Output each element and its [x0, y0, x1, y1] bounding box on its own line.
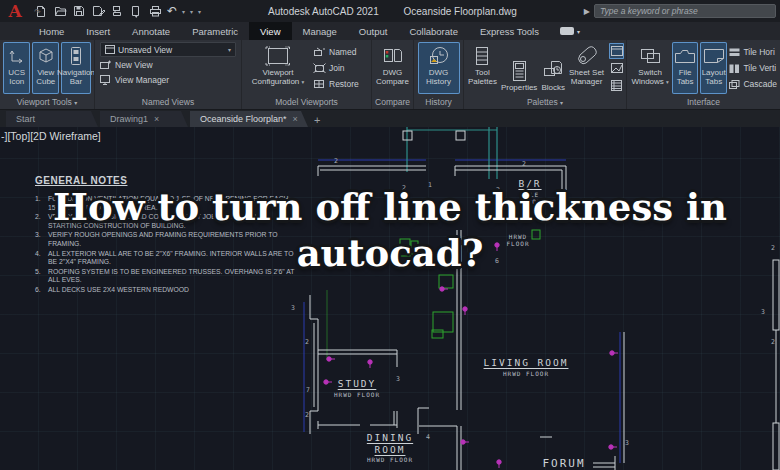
room-sub-living: HRWD FLOOR — [461, 370, 591, 377]
tab-view[interactable]: View — [249, 22, 291, 40]
properties-button[interactable]: Properties — [500, 42, 538, 94]
dimension-label: 2 — [334, 157, 338, 165]
restore-viewports-button[interactable]: Restore — [313, 77, 359, 91]
ribbon: UCS Icon View Cube Navigation Bar Viewpo… — [0, 40, 780, 110]
panel-named-views: Unsaved View ▾ New View View Manager Nam… — [95, 40, 242, 109]
overlay-title-line2: autocad? — [0, 230, 780, 276]
view-manager-button[interactable]: View Manager — [100, 73, 236, 87]
panel-expand-icon: ▾ — [560, 100, 563, 106]
blocks-button[interactable]: Blocks — [540, 42, 566, 94]
dimension-label: 3 — [396, 375, 400, 383]
quick-access-toolbar: ↶ ▾ ↷ ▾ ▾ — [34, 4, 201, 18]
file-tab-start[interactable]: Start — [6, 111, 98, 127]
tab-collaborate[interactable]: Collaborate — [398, 22, 469, 40]
tool-palettes-button[interactable]: Tool Palettes — [467, 42, 498, 94]
dimension-label: 7 — [306, 386, 310, 394]
save-icon[interactable] — [72, 4, 86, 18]
floorplan-drawing — [0, 127, 780, 470]
ribbon-display-toggle[interactable]: ▾ — [560, 22, 580, 40]
drawing-canvas[interactable]: -][Top][2D Wireframe] GENERAL NOTES 1.FO… — [0, 127, 780, 470]
tool-palettes-icon — [474, 44, 490, 68]
tab-insert[interactable]: Insert — [75, 22, 121, 40]
view-dropdown[interactable]: Unsaved View ▾ — [100, 42, 236, 57]
panel-label-named-views[interactable]: Named Views — [95, 96, 241, 109]
dimension-label: 2 — [771, 338, 775, 346]
plot-icon[interactable] — [110, 4, 124, 18]
panel-model-viewports: Viewport Configuration ▾ Named Join Rest… — [242, 40, 372, 109]
open-file-icon[interactable] — [53, 4, 67, 18]
app-title: Autodesk AutoCAD 2021 — [268, 6, 379, 17]
ucs-icon-button[interactable]: UCS Icon — [3, 42, 30, 94]
sheet-set-icon — [576, 44, 598, 68]
file-tabs-icon — [674, 44, 696, 68]
blocks-icon — [543, 59, 563, 83]
publish-icon[interactable] — [129, 4, 143, 18]
tab-annotate[interactable]: Annotate — [121, 22, 181, 40]
sheet-set-manager-button[interactable]: Sheet Set Manager — [568, 42, 605, 94]
layout-tabs-button[interactable]: Layout Tabs — [700, 42, 728, 94]
viewport-configuration-button[interactable]: Viewport Configuration ▾ — [245, 42, 311, 94]
new-drawing-tab-button[interactable]: + — [314, 114, 320, 127]
dimension-label: 3 — [761, 308, 765, 316]
palettes-extra-icon-3[interactable] — [609, 60, 624, 76]
new-view-icon — [100, 60, 112, 70]
cube-icon — [37, 44, 55, 68]
join-viewports-button[interactable]: Join — [313, 61, 359, 75]
save-as-icon[interactable] — [91, 4, 105, 18]
undo-icon[interactable]: ↶ — [167, 5, 177, 17]
tab-parametric[interactable]: Parametric — [181, 22, 249, 40]
named-viewports-button[interactable]: Named — [313, 45, 359, 59]
close-icon[interactable]: × — [154, 114, 159, 124]
tab-manage[interactable]: Manage — [292, 22, 348, 40]
switch-windows-button[interactable]: Switch Windows ▾ — [630, 42, 670, 94]
redo-icon[interactable]: ↷ — [34, 5, 41, 17]
room-label-living: LIVING ROOM — [461, 357, 591, 368]
tile-vertically-button[interactable]: Tile Verti — [729, 61, 777, 75]
search-input[interactable]: Type a keyword or phrase — [594, 4, 776, 18]
dimension-label: 4 — [426, 433, 430, 441]
file-tab-oceanside[interactable]: Oceanside Floorplan* × — [190, 111, 308, 127]
new-view-button[interactable]: New View — [100, 58, 236, 72]
tab-home[interactable]: Home — [28, 22, 75, 40]
properties-icon — [512, 59, 527, 83]
dimension-label: 3 — [291, 304, 295, 312]
panel-viewport-tools: UCS Icon View Cube Navigation Bar Viewpo… — [0, 40, 95, 109]
print-icon[interactable] — [148, 4, 162, 18]
chevron-down-icon: ▾ — [228, 46, 231, 53]
dimension-label: 2 — [522, 160, 526, 168]
close-icon[interactable]: × — [293, 114, 298, 124]
room-label-dining-2: ROOM — [355, 444, 425, 455]
panel-label-history[interactable]: History — [414, 96, 463, 109]
search-expand-icon[interactable]: ▶ — [584, 7, 590, 16]
title-bar: A ↶ ▾ ↷ ▾ ▾ Autodesk AutoCAD 2021 Oceans… — [0, 0, 780, 22]
tile-horizontally-button[interactable]: Tile Hori — [729, 45, 777, 59]
view-cube-button[interactable]: View Cube — [32, 42, 59, 94]
cascade-button[interactable]: Cascade — [729, 77, 777, 91]
palettes-extra-icon-5[interactable] — [609, 77, 624, 93]
join-icon — [313, 63, 326, 73]
panel-label-viewport-tools[interactable]: Viewport Tools ▾ — [0, 96, 94, 109]
ucs-axes-icon — [8, 44, 26, 68]
panel-label-interface[interactable]: Interface — [627, 96, 780, 109]
dwg-history-icon — [428, 44, 450, 68]
tab-output[interactable]: Output — [348, 22, 399, 40]
room-label-forum: FORUM — [524, 457, 604, 470]
dimension-label: 2 — [305, 411, 309, 419]
autocad-logo-icon[interactable]: A — [4, 1, 26, 21]
dwg-history-button[interactable]: DWG History — [418, 42, 460, 94]
panel-compare: DWG Compare Compare — [372, 40, 414, 109]
panel-label-palettes[interactable]: Palettes ▾ — [464, 96, 626, 109]
dwg-compare-button[interactable]: DWG Compare — [375, 42, 410, 94]
tab-express-tools[interactable]: Express Tools — [469, 22, 550, 40]
panel-label-model-viewports[interactable]: Model Viewports — [242, 96, 371, 109]
document-title: Oceanside Floorplan.dwg — [403, 6, 516, 17]
undo-dropdown-icon[interactable]: ▾ — [182, 8, 185, 15]
file-tab-drawing1[interactable]: Drawing1 × — [100, 111, 188, 127]
file-tabs-button[interactable]: File Tabs — [672, 42, 698, 94]
palettes-extra-icon-1[interactable] — [609, 43, 624, 59]
panel-label-compare[interactable]: Compare — [372, 96, 413, 109]
navigation-bar-button[interactable]: Navigation Bar — [61, 42, 91, 94]
tile-horizontal-icon — [729, 48, 740, 57]
restore-icon — [313, 79, 326, 89]
redo-dropdown-icon[interactable]: ▾ — [190, 8, 193, 15]
